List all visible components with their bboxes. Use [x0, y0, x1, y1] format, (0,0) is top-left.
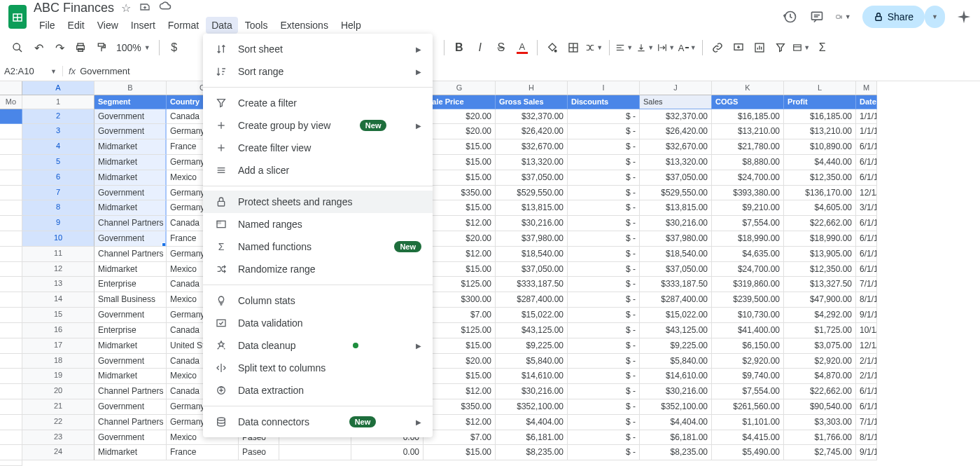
- cell[interactable]: $4,415.00: [712, 430, 784, 446]
- cell[interactable]: France: [167, 445, 239, 460]
- menu-item-protect-sheets-and-ranges[interactable]: Protect sheets and ranges: [203, 191, 433, 213]
- cell[interactable]: $20.00: [424, 124, 496, 139]
- cell[interactable]: $90,540.00: [784, 399, 856, 415]
- cell[interactable]: $4,292.00: [784, 308, 856, 323]
- row-header[interactable]: 17: [22, 338, 94, 354]
- valign-icon[interactable]: ▼: [636, 39, 654, 57]
- link-icon[interactable]: [708, 39, 727, 57]
- cell[interactable]: $16,185.00: [712, 109, 784, 125]
- cell[interactable]: $13,327.50: [784, 277, 856, 292]
- menu-item-named-functions[interactable]: ΣNamed functionsNew: [203, 235, 433, 258]
- cell[interactable]: 6/1/14: [856, 399, 877, 415]
- cell[interactable]: [0, 445, 22, 460]
- doc-title[interactable]: ABC Finances: [34, 1, 114, 15]
- print-icon[interactable]: [71, 39, 90, 57]
- formula-input[interactable]: Government: [80, 66, 130, 76]
- cell[interactable]: $2,745.00: [784, 445, 856, 460]
- cell[interactable]: [0, 292, 22, 308]
- cell[interactable]: [0, 124, 22, 139]
- undo-icon[interactable]: ↶: [29, 39, 48, 57]
- cell[interactable]: Midmarket: [94, 262, 167, 277]
- cell[interactable]: $30,216.00: [640, 384, 712, 399]
- cell[interactable]: $239,500.00: [712, 292, 784, 308]
- cell[interactable]: $15.00: [424, 170, 496, 186]
- col-header[interactable]: I: [568, 81, 640, 95]
- cell[interactable]: $261,560.00: [712, 399, 784, 415]
- cell[interactable]: $13,320.00: [496, 155, 568, 170]
- cell[interactable]: $14,610.00: [496, 369, 568, 384]
- cell[interactable]: $8,880.00: [712, 155, 784, 170]
- cell[interactable]: $ -: [568, 308, 640, 323]
- cell[interactable]: $352,100.00: [496, 399, 568, 415]
- insert-comment-icon[interactable]: [729, 39, 748, 57]
- menu-edit[interactable]: Edit: [62, 17, 90, 34]
- cell[interactable]: 6/1/14: [856, 155, 877, 170]
- cell[interactable]: 8/1/14: [856, 430, 877, 446]
- row-header[interactable]: 6: [22, 170, 94, 186]
- cell[interactable]: $15.00: [424, 369, 496, 384]
- cell[interactable]: $2,920.00: [712, 354, 784, 369]
- menu-item-data-cleanup[interactable]: Data cleanup▶: [203, 334, 433, 357]
- cell[interactable]: $300.00: [424, 292, 496, 308]
- merge-icon[interactable]: ▼: [585, 39, 603, 57]
- cell[interactable]: $26,420.00: [496, 124, 568, 139]
- col-header[interactable]: J: [640, 81, 712, 95]
- name-box[interactable]: A2:A10▼: [0, 66, 63, 76]
- cell[interactable]: Government: [94, 399, 167, 415]
- cell[interactable]: $ -: [568, 354, 640, 369]
- row-header[interactable]: 9: [22, 216, 94, 231]
- menu-insert[interactable]: Insert: [125, 17, 161, 34]
- menu-item-sort-range[interactable]: Sort range▶: [203, 60, 433, 83]
- col-header[interactable]: B: [94, 81, 167, 95]
- cell[interactable]: $ -: [568, 277, 640, 292]
- col-header[interactable]: Mo: [0, 95, 22, 109]
- row-header[interactable]: 10: [22, 231, 94, 247]
- cell[interactable]: $18,540.00: [496, 247, 568, 262]
- cell[interactable]: $30,216.00: [640, 216, 712, 231]
- cell[interactable]: $393,380.00: [712, 186, 784, 201]
- menu-file[interactable]: File: [34, 17, 61, 34]
- menu-view[interactable]: View: [92, 17, 124, 34]
- cell[interactable]: [0, 460, 22, 466]
- cell[interactable]: $43,125.00: [496, 323, 568, 338]
- cell[interactable]: $10,730.00: [712, 308, 784, 323]
- cell[interactable]: $43,125.00: [640, 323, 712, 338]
- menu-item-sort-sheet[interactable]: Sort sheet▶: [203, 38, 433, 60]
- borders-icon[interactable]: [564, 39, 582, 57]
- cell[interactable]: $15.00: [424, 200, 496, 216]
- cell[interactable]: $4,404.00: [496, 415, 568, 430]
- cell[interactable]: Channel Partners: [94, 384, 167, 399]
- cell[interactable]: $125.00: [424, 277, 496, 292]
- cell[interactable]: [0, 155, 22, 170]
- select-all-corner[interactable]: [0, 81, 22, 95]
- cell[interactable]: $13,210.00: [712, 124, 784, 139]
- cell[interactable]: $1,101.00: [712, 415, 784, 430]
- row-header[interactable]: 3: [22, 124, 94, 139]
- cell[interactable]: $5,490.00: [712, 445, 784, 460]
- cell[interactable]: 1/1/14: [856, 109, 877, 125]
- cell[interactable]: Government: [94, 231, 167, 247]
- share-button[interactable]: Share: [862, 6, 925, 28]
- cell[interactable]: [0, 247, 22, 262]
- cell[interactable]: 7/1/14: [856, 277, 877, 292]
- cell[interactable]: $529,550.00: [640, 186, 712, 201]
- meet-icon[interactable]: ▼: [836, 9, 851, 25]
- col-header[interactable]: G: [424, 81, 496, 95]
- cell[interactable]: Government: [94, 109, 167, 125]
- cell[interactable]: $22,662.00: [784, 384, 856, 399]
- cell[interactable]: 12/1/14: [856, 338, 877, 354]
- cell[interactable]: $136,170.00: [784, 186, 856, 201]
- cell[interactable]: Midmarket: [94, 369, 167, 384]
- cell[interactable]: $ -: [568, 415, 640, 430]
- menu-tools[interactable]: Tools: [239, 17, 274, 34]
- menu-item-column-stats[interactable]: Column stats: [203, 289, 433, 312]
- cell[interactable]: $ -: [568, 231, 640, 247]
- cell[interactable]: $6,181.00: [496, 430, 568, 446]
- row-header[interactable]: 4: [22, 139, 94, 155]
- zoom-select[interactable]: 100%▼: [113, 42, 153, 53]
- cell[interactable]: [0, 338, 22, 354]
- cell[interactable]: $26,420.00: [640, 124, 712, 139]
- cell[interactable]: $ -: [568, 124, 640, 139]
- cell[interactable]: $37,980.00: [496, 231, 568, 247]
- cell[interactable]: Government: [94, 124, 167, 139]
